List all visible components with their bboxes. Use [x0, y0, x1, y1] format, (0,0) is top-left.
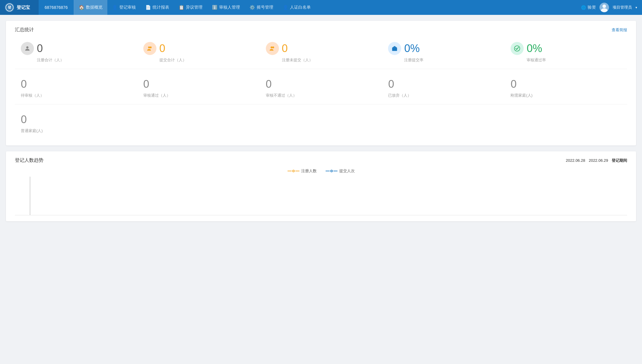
stat-item-review-failed: 0 审核不通过（人）: [260, 78, 382, 98]
svg-point-5: [26, 46, 28, 48]
nav-right: 🌐 验资 项目管理员 ▾: [581, 3, 642, 12]
trend-period-label: 登记期间: [612, 158, 627, 163]
svg-point-7: [150, 46, 151, 48]
legend-line-seg-submitted-count: [326, 171, 330, 171]
stat-label-review-failed: 审核不通过（人）: [266, 93, 297, 98]
stat-value-row-total-submitted: 0: [143, 42, 165, 55]
summary-title: 汇总统计: [15, 27, 34, 33]
stat-value-pass-rate: 0%: [527, 43, 542, 54]
nav-item-reviewer-mgmt[interactable]: ℹ️审核人管理: [207, 0, 245, 15]
stat-icon-registered-not-submitted: [266, 42, 279, 55]
stat-value-total-registered: 0: [37, 43, 43, 54]
legend-dot-submitted-count: [330, 170, 333, 172]
stats-row-3: 0 普通家庭(人): [15, 110, 627, 136]
legend-line-seg2-registered-count: [295, 171, 299, 171]
legend-item-registered-count: 注册人数: [288, 168, 317, 174]
nav-label-dispute-mgmt: 异议管理: [186, 5, 203, 10]
stat-label-pass-rate: 审核通过率: [527, 57, 546, 63]
view-report-link[interactable]: 查看简报: [612, 27, 627, 33]
stat-value-row-pass-rate: 0%: [511, 42, 542, 55]
nav: 🏠数据概览👤登记审核📄统计报表📋异议管理ℹ️审核人管理⚙️摇号管理👤人证白名单: [74, 0, 581, 15]
legend-item-submitted-count: 提交人次: [326, 168, 355, 174]
stat-label-review-passed: 审核通过（人）: [143, 93, 170, 98]
nav-item-registration-review[interactable]: 👤登记审核: [107, 0, 141, 15]
legend-label-registered-count: 注册人数: [301, 168, 317, 174]
header: 登 登记宝 6876876876 🏠数据概览👤登记审核📄统计报表📋异议管理ℹ️审…: [0, 0, 642, 15]
user-role: 项目管理员: [613, 5, 632, 10]
legend-label-submitted-count: 提交人次: [339, 168, 355, 174]
stat-value-row-submit-rate: 0%: [388, 42, 420, 55]
svg-point-4: [601, 8, 608, 12]
nav-label-lottery-mgmt: 摇号管理: [257, 5, 273, 10]
stat-value-row-registered-not-submitted: 0: [266, 42, 288, 55]
legend-line-submitted-count: [326, 170, 338, 172]
legend-dot-registered-count: [292, 170, 295, 172]
svg-point-8: [271, 46, 272, 48]
nav-label-stats-report: 统计报表: [153, 5, 169, 10]
nav-icon-data-overview: 🏠: [79, 5, 84, 10]
stat-label-urgent-family: 刚需家庭(人): [511, 93, 533, 98]
nav-label-data-overview: 数据概览: [86, 5, 103, 10]
stat-value-registered-not-submitted: 0: [282, 43, 288, 54]
stat-icon-total-registered: [21, 42, 34, 55]
svg-point-3: [602, 4, 606, 8]
stat-icon-total-submitted: [143, 42, 156, 55]
trend-header: 登记人数趋势 2022.06.28 2022.06.29 登记期间: [15, 157, 627, 164]
nav-item-identity-whitelist[interactable]: 👤人证白名单: [278, 0, 315, 15]
stat-value-submit-rate: 0%: [404, 43, 420, 54]
stats-row-2: 0 待审核（人） 0 审核通过（人） 0 审核不通过（人） 0 已放弃（人） 0…: [15, 75, 627, 104]
trend-title: 登记人数趋势: [15, 157, 43, 164]
nav-item-stats-report[interactable]: 📄统计报表: [141, 0, 174, 15]
stat-value-review-passed: 0: [143, 78, 149, 90]
summary-card: 汇总统计 查看简报 0 注册合计（人） 0 提交合计（人）: [6, 21, 636, 145]
dropdown-arrow-icon[interactable]: ▾: [635, 6, 637, 10]
avatar: [599, 3, 609, 12]
stat-value-urgent-family: 0: [511, 78, 517, 90]
nav-item-dispute-mgmt[interactable]: 📋异议管理: [174, 0, 207, 15]
stat-item-pass-rate: 0% 审核通过率: [505, 42, 627, 63]
verify-link[interactable]: 🌐 验资: [581, 5, 596, 10]
nav-icon-stats-report: 📄: [145, 5, 151, 10]
stat-value-pending-review: 0: [21, 78, 27, 90]
nav-item-lottery-mgmt[interactable]: ⚙️摇号管理: [245, 0, 278, 15]
stat-value-review-failed: 0: [266, 78, 272, 90]
logo-area[interactable]: 登 登记宝: [0, 0, 39, 15]
stat-icon-pass-rate: [511, 42, 524, 55]
trend-dates: 2022.06.28 2022.06.29 登记期间: [566, 158, 627, 163]
stat-label-pending-review: 待审核（人）: [21, 93, 44, 98]
stat-value-row-total-registered: 0: [21, 42, 43, 55]
stat-item-pending-review: 0 待审核（人）: [15, 78, 137, 98]
verify-label: 验资: [588, 5, 596, 10]
logo-text: 登记宝: [17, 5, 30, 10]
trend-card: 登记人数趋势 2022.06.28 2022.06.29 登记期间 注册人数 提…: [6, 151, 636, 221]
nav-icon-reviewer-mgmt: ℹ️: [212, 5, 218, 10]
stat-item-normal-family: 0 普通家庭(人): [15, 113, 43, 134]
svg-point-9: [272, 46, 274, 48]
stat-item-registered-not-submitted: 0 注册未提交（人）: [260, 42, 382, 63]
nav-item-data-overview[interactable]: 🏠数据概览: [74, 0, 107, 15]
trend-legend: 注册人数 提交人次: [15, 168, 627, 174]
stat-item-total-registered: 0 注册合计（人）: [15, 42, 137, 63]
trend-date2: 2022.06.29: [589, 158, 608, 163]
stat-label-normal-family: 普通家庭(人): [21, 128, 43, 134]
nav-icon-registration-review: 👤: [112, 5, 118, 10]
svg-text:登: 登: [7, 5, 12, 9]
stats-row-1: 0 注册合计（人） 0 提交合计（人） 0 注册未提交（人）: [15, 39, 627, 69]
card-header: 汇总统计 查看简报: [15, 27, 627, 33]
stat-item-abandoned: 0 已放弃（人）: [382, 78, 505, 98]
logo-icon: 登: [5, 3, 14, 12]
nav-icon-identity-whitelist: 👤: [283, 5, 288, 10]
svg-rect-10: [392, 48, 397, 51]
nav-label-reviewer-mgmt: 审核人管理: [219, 5, 240, 10]
stat-label-abandoned: 已放弃（人）: [388, 93, 411, 98]
stat-label-total-registered: 注册合计（人）: [37, 57, 64, 63]
stat-label-submit-rate: 注册提交率: [404, 57, 423, 63]
legend-line-seg2-submitted-count: [333, 171, 338, 171]
stat-item-urgent-family: 0 刚需家庭(人): [505, 78, 627, 98]
legend-line-registered-count: [288, 170, 299, 172]
nav-label-registration-review: 登记审核: [119, 5, 136, 10]
stat-value-abandoned: 0: [388, 78, 394, 90]
stat-label-registered-not-submitted: 注册未提交（人）: [282, 57, 313, 63]
stat-item-total-submitted: 0 提交合计（人）: [137, 42, 260, 63]
main-content: 汇总统计 查看简报 0 注册合计（人） 0 提交合计（人）: [0, 15, 642, 227]
